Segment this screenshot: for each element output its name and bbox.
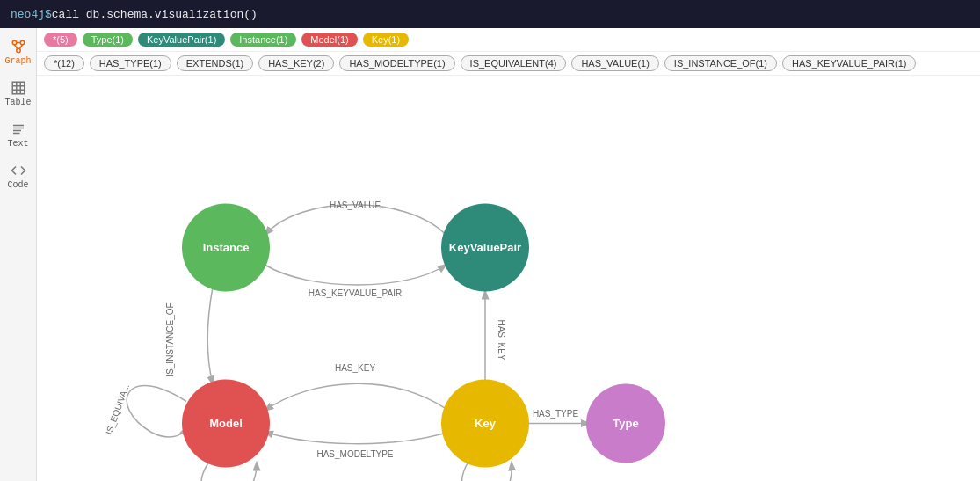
- sidebar-item-text-label: Text: [7, 139, 28, 149]
- edge-tag-has-keyvalue-pair-1-[interactable]: HAS_KEYVALUE_PAIR(1): [782, 55, 916, 71]
- svg-point-2: [16, 48, 20, 53]
- edge-label-is-instance-of: IS_INSTANCE_OF: [165, 302, 175, 376]
- edge-tag-extends-1-[interactable]: EXTENDS(1): [177, 55, 253, 71]
- svg-point-1: [20, 40, 25, 45]
- content-area: *(5)Type(1)KeyValuePair(1)Instance(1)Mod…: [37, 28, 980, 481]
- edge-label-has-modeltype: HAS_MODELTYPE: [316, 449, 393, 459]
- edge-label-is-equiva-model: IS_EQUIVA...: [104, 383, 131, 436]
- sidebar-item-graph[interactable]: Graph: [0, 32, 36, 73]
- node-key[interactable]: [441, 380, 529, 468]
- node-tag-instance-1-[interactable]: Instance(1): [230, 33, 296, 47]
- sidebar-item-text[interactable]: Text: [0, 114, 36, 156]
- node-tag---5-[interactable]: *(5): [44, 33, 77, 47]
- edge-label-has-key-vertical: HAS_KEY: [497, 319, 506, 360]
- edge-tag-has-value-1-[interactable]: HAS_VALUE(1): [571, 55, 658, 71]
- sidebar-item-table-label: Table: [4, 98, 31, 107]
- edge-tag-has-modeltype-1-[interactable]: HAS_MODELTYPE(1): [339, 55, 454, 71]
- node-instance[interactable]: [182, 204, 270, 292]
- node-keyvaluepair[interactable]: [441, 204, 529, 292]
- header: neo4j$ call db.schema.visualization(): [0, 0, 980, 28]
- svg-rect-6: [12, 82, 25, 94]
- edge-label-has-key: HAS_KEY: [335, 363, 375, 373]
- sidebar-item-graph-label: Graph: [4, 56, 31, 66]
- node-tag-model-1-[interactable]: Model(1): [301, 33, 357, 47]
- edge-label-has-type: HAS_TYPE: [533, 409, 579, 419]
- node-model[interactable]: [182, 380, 270, 468]
- sidebar: Graph Table Text Code: [0, 28, 37, 481]
- prompt: neo4j$: [11, 8, 52, 21]
- node-type[interactable]: [586, 384, 665, 463]
- sidebar-item-table[interactable]: Table: [0, 73, 36, 114]
- edge-label-has-keyvalue-pair: HAS_KEYVALUE_PAIR: [309, 288, 402, 298]
- node-tag-bar: *(5)Type(1)KeyValuePair(1)Instance(1)Mod…: [37, 28, 980, 52]
- edge-tag-has-key-2-[interactable]: HAS_KEY(2): [258, 55, 334, 71]
- sidebar-item-code-label: Code: [7, 180, 28, 190]
- svg-point-0: [12, 40, 17, 45]
- edge-tag-is-instance-of-1-[interactable]: IS_INSTANCE_OF(1): [664, 55, 777, 71]
- edge-tag-has-type-1-[interactable]: HAS_TYPE(1): [90, 55, 171, 71]
- edge-tag-bar: *(12)HAS_TYPE(1)EXTENDS(1)HAS_KEY(2)HAS_…: [37, 52, 980, 76]
- edge-tag---12-[interactable]: *(12): [44, 55, 84, 71]
- node-tag-type-1-[interactable]: Type(1): [83, 33, 133, 47]
- command: call db.schema.visualization(): [52, 8, 258, 21]
- node-tag-key-1-[interactable]: Key(1): [363, 33, 409, 47]
- edge-label-has-value: HAS_VALUE: [330, 200, 381, 210]
- svg-line-5: [19, 45, 22, 49]
- node-tag-keyvaluepair-1-[interactable]: KeyValuePair(1): [138, 33, 225, 47]
- main-container: Graph Table Text Code *(5)Type(1)K: [0, 28, 980, 481]
- edge-tag-is-equivalent-4-[interactable]: IS_EQUIVALENT(4): [461, 55, 567, 71]
- graph-visualization[interactable]: IS_EQUIVA... EXTENDS IS_EQUIVA... HAS_VA…: [37, 76, 980, 481]
- sidebar-item-code[interactable]: Code: [0, 156, 36, 197]
- svg-line-4: [14, 45, 17, 49]
